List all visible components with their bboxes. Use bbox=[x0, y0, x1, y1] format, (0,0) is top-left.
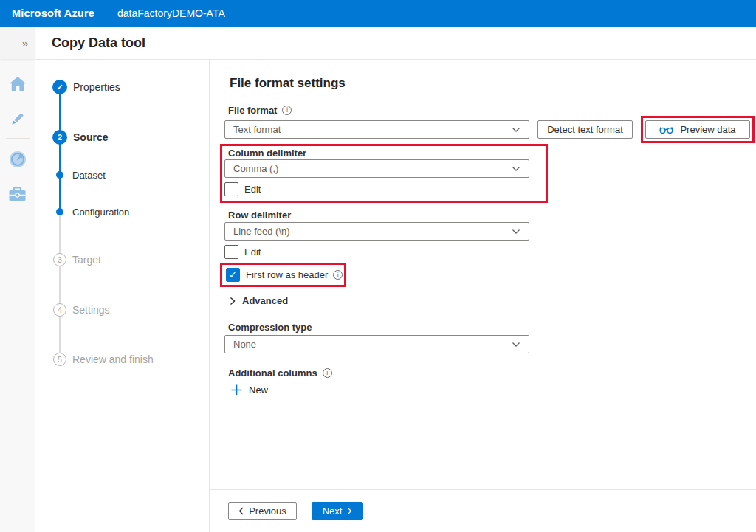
stepper-remaining-line bbox=[59, 212, 61, 353]
preview-glasses-icon bbox=[659, 125, 673, 134]
column-delimiter-label: Column delimiter bbox=[228, 147, 546, 159]
file-format-settings-panel: File format settings File format Text fo… bbox=[209, 60, 756, 532]
monitor-nav-button[interactable] bbox=[0, 142, 35, 176]
step-dot-icon bbox=[56, 171, 63, 179]
previous-button[interactable]: Previous bbox=[228, 502, 297, 520]
highlight-box-preview-data: Preview data bbox=[641, 116, 755, 143]
step-number-badge: 2 bbox=[52, 130, 67, 145]
compression-type-label: Compression type bbox=[228, 321, 756, 333]
first-row-as-header-label: First row as header bbox=[246, 269, 328, 280]
author-pencil-icon bbox=[10, 111, 26, 127]
additional-columns-label: Additional columns bbox=[228, 367, 756, 379]
column-delimiter-select[interactable]: Comma (,) bbox=[224, 159, 529, 178]
column-delimiter-edit-checkbox[interactable] bbox=[224, 182, 238, 196]
home-nav-button[interactable] bbox=[0, 66, 35, 101]
wizard-stepper: ✓ Properties 2 Source Dataset Configurat… bbox=[35, 60, 209, 532]
step-source[interactable]: 2 Source bbox=[35, 128, 108, 146]
plus-icon bbox=[231, 384, 242, 395]
chevron-right-icon bbox=[230, 297, 236, 305]
advanced-expander[interactable]: Advanced bbox=[230, 294, 756, 307]
wizard-footer: Previous Next bbox=[210, 489, 756, 532]
manage-toolbox-icon bbox=[8, 186, 27, 202]
step-properties[interactable]: ✓ Properties bbox=[35, 78, 120, 96]
edit-checkbox-label: Edit bbox=[244, 246, 261, 258]
manage-nav-button[interactable] bbox=[0, 176, 35, 211]
step-dot-icon bbox=[56, 208, 63, 215]
step-dataset[interactable]: Dataset bbox=[35, 166, 106, 184]
row-delimiter-select[interactable]: Line feed (\n) bbox=[224, 222, 529, 241]
highlight-box-first-row-as-header: First row as header bbox=[220, 263, 346, 287]
chevron-right-icon bbox=[347, 507, 352, 515]
file-format-select[interactable]: Text format bbox=[224, 120, 529, 139]
monitor-gauge-icon bbox=[8, 150, 27, 169]
page-header: Copy Data tool bbox=[35, 27, 756, 60]
step-number-badge: 3 bbox=[53, 253, 66, 266]
double-chevron-right-icon: » bbox=[22, 37, 28, 49]
step-target[interactable]: 3 Target bbox=[35, 251, 101, 269]
chevron-left-icon bbox=[238, 507, 244, 515]
expand-sidebar-button[interactable]: » bbox=[0, 27, 35, 59]
edit-checkbox-label: Edit bbox=[244, 184, 261, 195]
next-button[interactable]: Next bbox=[312, 502, 363, 520]
info-icon[interactable] bbox=[323, 368, 332, 378]
step-settings[interactable]: 4 Settings bbox=[35, 301, 110, 319]
file-format-label: File format bbox=[228, 104, 756, 116]
step-review-and-finish[interactable]: 5 Review and finish bbox=[35, 350, 154, 368]
detect-text-format-button[interactable]: Detect text format bbox=[537, 120, 633, 139]
first-row-as-header-checkbox[interactable] bbox=[226, 268, 240, 282]
step-number-badge: 4 bbox=[53, 303, 66, 317]
step-check-icon: ✓ bbox=[52, 80, 67, 94]
add-new-column-button[interactable]: New bbox=[231, 384, 756, 395]
data-factory-instance-name[interactable]: dataFactoryDEMO-ATA bbox=[117, 7, 225, 19]
chevron-down-icon bbox=[512, 166, 520, 172]
info-icon[interactable] bbox=[333, 270, 343, 280]
topbar-divider bbox=[106, 6, 106, 21]
highlight-box-column-delimiter: Column delimiter Comma (,) Edit bbox=[220, 144, 548, 203]
panel-title: File format settings bbox=[230, 76, 756, 91]
preview-data-button[interactable]: Preview data bbox=[645, 120, 750, 139]
page-title: Copy Data tool bbox=[52, 35, 145, 51]
info-icon[interactable] bbox=[282, 106, 292, 115]
author-nav-button[interactable] bbox=[0, 101, 35, 136]
azure-brand[interactable]: Microsoft Azure bbox=[12, 7, 94, 19]
row-delimiter-edit-checkbox[interactable] bbox=[224, 245, 238, 259]
azure-top-bar: Microsoft Azure dataFactoryDEMO-ATA bbox=[0, 0, 756, 27]
stepper-progress-line bbox=[59, 87, 61, 212]
chevron-down-icon bbox=[512, 229, 520, 235]
chevron-down-icon bbox=[512, 342, 520, 348]
chevron-down-icon bbox=[512, 127, 520, 133]
step-configuration[interactable]: Configuration bbox=[35, 203, 129, 221]
left-icon-rail: » bbox=[0, 27, 35, 532]
step-number-badge: 5 bbox=[53, 353, 66, 366]
home-icon bbox=[9, 76, 27, 92]
compression-type-select[interactable]: None bbox=[224, 335, 529, 353]
rail-divider bbox=[6, 138, 30, 139]
row-delimiter-label: Row delimiter bbox=[228, 209, 756, 221]
